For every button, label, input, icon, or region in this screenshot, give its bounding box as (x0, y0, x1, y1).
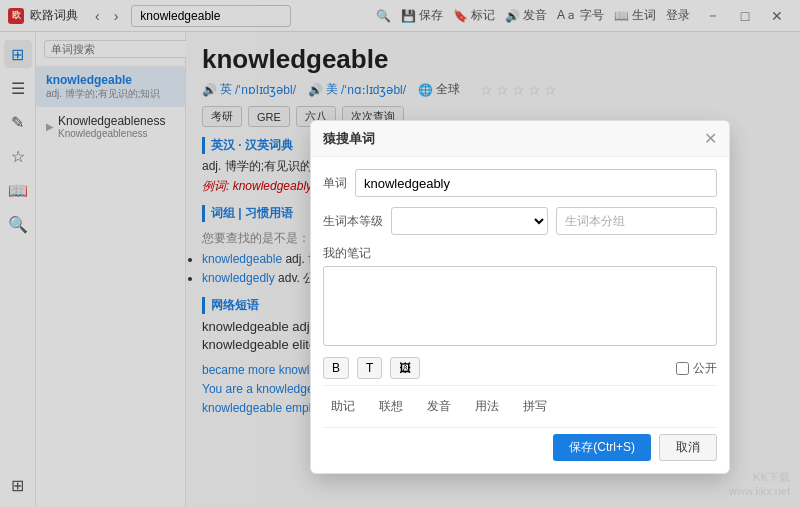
dialog-titlebar: 猿搜单词 ✕ (311, 121, 729, 157)
word-input[interactable] (355, 169, 717, 197)
save-button[interactable]: 保存(Ctrl+S) (553, 434, 651, 461)
word-row: 单词 (323, 169, 717, 197)
public-label: 公开 (693, 360, 717, 377)
notes-label: 我的笔记 (323, 245, 717, 262)
vocab-group-label: 生词本分组 (556, 207, 717, 235)
notes-row: 我的笔记 (323, 245, 717, 357)
action-tab-spelling[interactable]: 拼写 (515, 394, 555, 419)
notes-textarea[interactable] (323, 266, 717, 346)
public-checkbox[interactable] (676, 362, 689, 375)
action-tabs-row: 助记 联想 发音 用法 拼写 (323, 385, 717, 419)
vocab-row: 生词本等级 生词本分组 (323, 207, 717, 235)
cancel-button[interactable]: 取消 (659, 434, 717, 461)
dialog-footer: 保存(Ctrl+S) 取消 (323, 427, 717, 461)
action-tab-memory[interactable]: 助记 (323, 394, 363, 419)
image-button[interactable]: 🖼 (390, 357, 420, 379)
vocab-level-select[interactable] (391, 207, 548, 235)
action-tab-pronunciation[interactable]: 发音 (419, 394, 459, 419)
vocab-label: 生词本等级 (323, 213, 383, 230)
dialog-body: 单词 生词本等级 生词本分组 我的笔记 B T 🖼 公开 助记 联想 发音 (311, 157, 729, 473)
notes-toolbar: B T 🖼 公开 (323, 357, 717, 379)
dialog-title: 猿搜单词 (323, 130, 375, 148)
public-checkbox-row: 公开 (676, 360, 717, 377)
dialog-close-button[interactable]: ✕ (704, 129, 717, 148)
word-label: 单词 (323, 175, 347, 192)
action-tab-association[interactable]: 联想 (371, 394, 411, 419)
action-tab-usage[interactable]: 用法 (467, 394, 507, 419)
bold-button[interactable]: B (323, 357, 349, 379)
italic-button[interactable]: T (357, 357, 382, 379)
add-word-dialog: 猿搜单词 ✕ 单词 生词本等级 生词本分组 我的笔记 B T 🖼 公开 (310, 120, 730, 474)
